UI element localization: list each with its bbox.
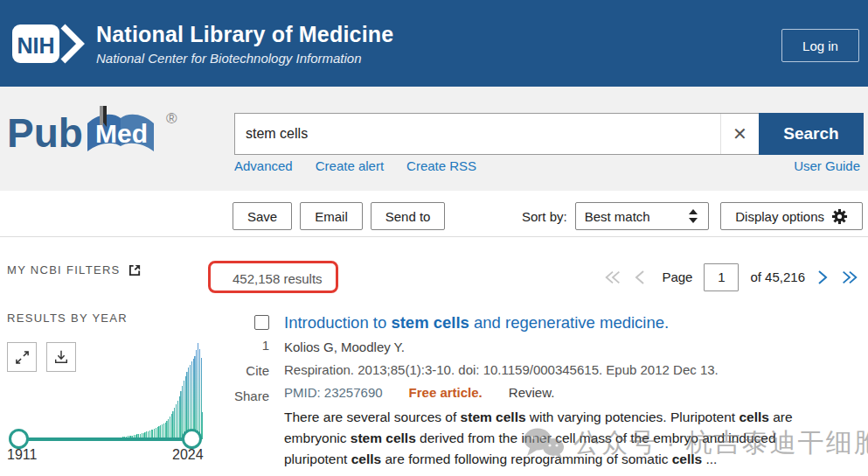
clear-search-icon[interactable]: ✕ [720,114,759,154]
result-item: 1 Cite Share Introduction to stem cells … [231,312,861,470]
sort-select[interactable]: Best match [575,202,709,230]
download-icon [53,349,69,365]
login-button[interactable]: Log in [781,29,859,62]
review-badge: Review. [509,385,555,400]
my-ncbi-filters-label: MY NCBI FILTERS [7,263,121,276]
content-area: MY NCBI FILTERS RESULTS BY YEAR [0,237,868,476]
result-snippet: There are several sources of stem cells … [284,407,842,470]
next-page-icon[interactable] [816,269,829,286]
my-ncbi-filters-link[interactable]: MY NCBI FILTERS [7,263,142,276]
download-chart-button[interactable] [46,342,76,372]
advanced-link[interactable]: Advanced [234,158,293,173]
search-form: ✕ Search [234,113,864,155]
previous-page-icon[interactable] [634,269,646,286]
page-label: Page [662,270,692,284]
pubmed-logo[interactable]: Pub Med ® [7,104,191,160]
search-section: Pub Med ® ✕ Search Advanced Create alert… [0,87,868,191]
nih-logo-text: NIH [17,33,54,58]
search-box: ✕ [234,113,759,155]
result-pmid: PMID: 23257690 [284,385,383,400]
results-toolbar: Save Email Send to Sort by: Best match D… [0,191,868,237]
nih-logo[interactable]: NIH [10,19,86,68]
search-links: Advanced Create alert Create RSS [234,158,476,173]
page-number-input[interactable] [704,263,739,291]
display-options-button[interactable]: Display options [720,202,863,230]
result-item-controls: 1 Cite Share [231,312,269,470]
external-link-icon [128,263,142,276]
sort-group: Sort by: Best match [522,202,709,230]
result-authors: Kolios G, Moodley Y. [284,340,842,354]
result-meta-row: PMID: 23257690 Free article. Review. [284,385,842,400]
result-item-body: Introduction to stem cells and regenerat… [284,312,861,470]
site-subtitle: National Center for Biotechnology Inform… [96,51,393,66]
site-title: National Library of Medicine [96,22,393,47]
create-rss-link[interactable]: Create RSS [406,158,476,173]
registered-mark: ® [166,110,177,127]
result-journal-citation: Respiration. 2013;85(1):3-10. doi: 10.11… [284,362,842,377]
action-buttons: Save Email Send to [233,202,445,230]
year-axis-min-label: 1911 [7,447,37,463]
nih-header: NIH National Library of Medicine Nationa… [0,0,868,87]
chart-controls [7,342,76,372]
results-by-year-heading: RESULTS BY YEAR [7,312,128,325]
save-button[interactable]: Save [233,202,292,230]
result-title-link[interactable]: Introduction to stem cells and regenerat… [284,312,842,332]
header-text-block: National Library of Medicine National Ce… [96,22,393,66]
pubmed-logo-med: Med [95,119,148,148]
results-count: 452,158 results [233,271,323,286]
user-guide-link[interactable]: User Guide [794,158,860,173]
share-button[interactable]: Share [234,388,269,403]
display-options-label: Display options [735,209,824,224]
free-article-badge: Free article. [409,385,483,400]
sort-arrows-icon [687,208,699,224]
pubmed-results-page: NIH National Library of Medicine Nationa… [0,0,868,476]
send-to-button[interactable]: Send to [371,202,446,230]
expand-chart-button[interactable] [7,342,37,372]
last-page-icon[interactable] [840,269,859,286]
pagination: Page of 45,216 [603,262,859,291]
cite-button[interactable]: Cite [246,363,269,378]
result-number: 1 [262,338,269,353]
create-alert-link[interactable]: Create alert [316,158,384,173]
email-button[interactable]: Email [300,202,363,230]
sort-select-value: Best match [585,209,650,224]
results-by-year-label: RESULTS BY YEAR [7,312,128,325]
year-slider-track[interactable] [11,438,193,441]
nih-chevron-icon [63,26,80,61]
pubmed-logo-pub: Pub [7,110,83,156]
expand-icon [15,350,30,365]
page-total-label: of 45,216 [750,270,805,284]
search-button[interactable]: Search [759,113,864,155]
first-page-icon[interactable] [603,269,622,286]
year-axis-max-label: 2024 [172,447,204,463]
gear-icon [831,208,848,225]
year-slider-handle-max[interactable] [182,429,202,449]
result-checkbox[interactable] [254,315,269,330]
year-slider-handle-min[interactable] [9,429,29,449]
display-options-group: Display options [720,202,863,230]
search-input[interactable] [235,114,720,154]
sort-by-label: Sort by: [522,209,567,224]
